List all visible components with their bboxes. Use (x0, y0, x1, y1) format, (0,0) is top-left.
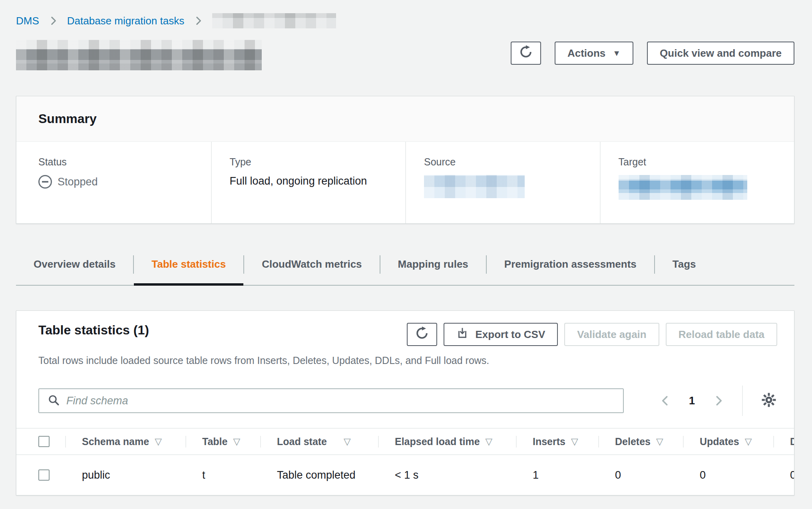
refresh-button[interactable] (511, 42, 541, 65)
breadcrumb-tasks-link[interactable]: Database migration tasks (67, 15, 184, 27)
tab-table-statistics[interactable]: Table statistics (134, 249, 243, 285)
actions-button[interactable]: Actions ▼ (555, 42, 633, 65)
next-page-button[interactable] (712, 395, 724, 407)
refresh-icon (518, 44, 533, 62)
column-header-ddls-clipped[interactable]: D (773, 436, 794, 447)
tab-bar: Overview details Table statistics CloudW… (16, 249, 794, 286)
summary-card-header: Summary (16, 96, 794, 142)
type-value: Full load, ongoing replication (230, 175, 390, 187)
breadcrumb-redacted-task-name (212, 13, 336, 28)
quick-view-compare-label: Quick view and compare (660, 47, 782, 60)
sort-icon[interactable]: ▽ (155, 436, 162, 447)
quick-view-compare-button[interactable]: Quick view and compare (647, 42, 794, 65)
table-statistics-header: Table statistics (1) Export to C (16, 311, 794, 416)
table-header-row: Schema name ▽ Table ▽ Load state ▽ Elaps… (16, 428, 794, 455)
summary-type-field: Type Full load, ongoing replication (211, 142, 406, 223)
tab-premigration-assessments[interactable]: Premigration assessments (487, 249, 654, 285)
refresh-icon (414, 326, 430, 344)
summary-body: Status Stopped Type Full load, ongoing r… (16, 142, 794, 223)
status-value: Stopped (38, 175, 195, 189)
select-all-checkbox[interactable] (38, 436, 50, 447)
pagination-divider (742, 386, 743, 416)
cell-ddls-clipped: 0 (773, 469, 794, 481)
validate-again-label: Validate again (577, 328, 646, 341)
column-header-load-state[interactable]: Load state ▽ (260, 436, 378, 447)
summary-target-field: Target (600, 142, 794, 223)
summary-source-field: Source (405, 142, 600, 223)
target-endpoint-redacted-link[interactable] (619, 175, 747, 200)
reload-table-data-button[interactable]: Reload table data (666, 323, 777, 346)
column-header-schema-name[interactable]: Schema name ▽ (65, 436, 185, 447)
stopped-status-icon (38, 175, 52, 189)
sort-icon[interactable]: ▽ (344, 436, 351, 447)
sort-icon[interactable]: ▽ (486, 436, 493, 447)
cell-updates: 0 (683, 469, 773, 481)
column-header-updates[interactable]: Updates ▽ (683, 436, 773, 447)
title-row: Actions ▼ Quick view and compare (16, 40, 794, 70)
caret-down-icon: ▼ (613, 49, 621, 57)
validate-again-button[interactable]: Validate again (564, 323, 659, 346)
table-statistics-card: Table statistics (1) Export to C (16, 310, 794, 495)
source-label: Source (424, 156, 584, 168)
schema-search-box (38, 388, 624, 413)
cell-elapsed-load-time: < 1 s (378, 469, 516, 481)
tab-tags[interactable]: Tags (655, 249, 714, 285)
current-page-number[interactable]: 1 (689, 395, 695, 407)
summary-title: Summary (38, 111, 772, 126)
cell-inserts: 1 (516, 469, 598, 481)
tab-overview-details[interactable]: Overview details (16, 249, 133, 285)
sort-icon[interactable]: ▽ (233, 436, 240, 447)
status-text: Stopped (58, 176, 98, 188)
download-icon (456, 327, 468, 342)
export-to-csv-button[interactable]: Export to CSV (444, 323, 558, 346)
column-header-inserts[interactable]: Inserts ▽ (516, 436, 598, 447)
tab-cloudwatch-metrics[interactable]: CloudWatch metrics (244, 249, 379, 285)
toolbar: Actions ▼ Quick view and compare (511, 42, 794, 65)
search-icon (47, 394, 60, 408)
sort-icon[interactable]: ▽ (656, 436, 663, 447)
type-label: Type (230, 156, 390, 168)
tab-mapping-rules[interactable]: Mapping rules (380, 249, 486, 285)
summary-status-field: Status Stopped (16, 142, 211, 223)
status-label: Status (38, 156, 195, 168)
table-refresh-button[interactable] (407, 323, 437, 346)
table-statistics-description: Total rows include loaded source table r… (38, 355, 777, 366)
chevron-right-icon (48, 16, 58, 26)
find-schema-input[interactable] (66, 389, 615, 412)
sort-icon[interactable]: ▽ (571, 436, 578, 447)
sort-icon[interactable]: ▽ (745, 436, 752, 447)
pagination: 1 (659, 386, 777, 416)
dms-task-page: DMS Database migration tasks Actions ▼ Q… (0, 12, 812, 509)
summary-card: Summary Status Stopped Type Full load, o… (16, 96, 794, 224)
chevron-right-icon (193, 16, 203, 26)
table-controls: 1 (38, 386, 777, 416)
table-settings-button[interactable] (760, 392, 777, 410)
cell-table: t (185, 469, 260, 481)
breadcrumb: DMS Database migration tasks (16, 12, 794, 30)
target-label: Target (619, 156, 778, 168)
row-checkbox[interactable] (38, 469, 50, 481)
table-row[interactable]: public t Table completed < 1 s 1 0 0 0 (16, 455, 794, 495)
cell-load-state: Table completed (260, 469, 378, 481)
column-header-table[interactable]: Table ▽ (185, 436, 260, 447)
reload-table-data-label: Reload table data (679, 328, 764, 341)
table-statistics-buttons: Export to CSV Validate again Reload tabl… (407, 323, 777, 346)
table-statistics-title: Table statistics (1) (38, 323, 149, 338)
source-endpoint-redacted-link[interactable] (424, 175, 525, 198)
column-header-elapsed-load-time[interactable]: Elapsed load time ▽ (378, 436, 516, 447)
export-to-csv-label: Export to CSV (476, 328, 545, 341)
cell-schema-name: public (65, 469, 185, 481)
page-title-redacted (16, 40, 262, 70)
breadcrumb-dms-link[interactable]: DMS (16, 15, 39, 27)
cell-deletes: 0 (598, 469, 683, 481)
table-statistics-table: Schema name ▽ Table ▽ Load state ▽ Elaps… (16, 428, 794, 495)
previous-page-button[interactable] (659, 395, 671, 407)
column-header-deletes[interactable]: Deletes ▽ (598, 436, 683, 447)
gear-icon (760, 392, 777, 410)
actions-button-label: Actions (567, 47, 605, 60)
